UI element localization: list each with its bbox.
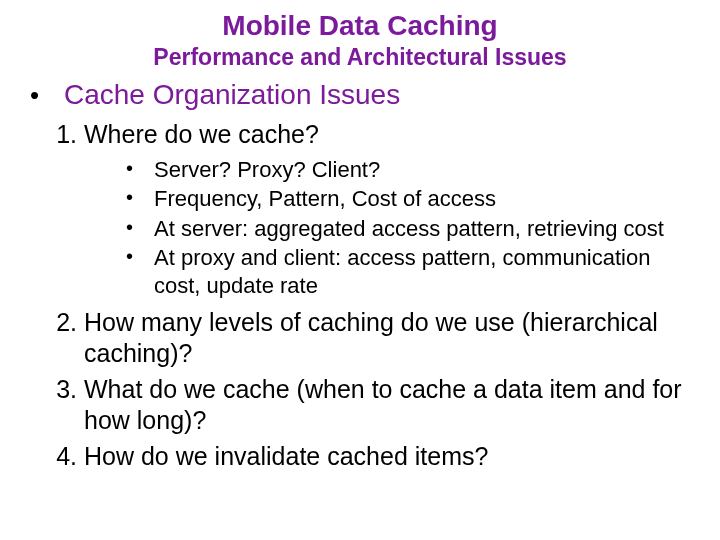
- list-item: Where do we cache? Server? Proxy? Client…: [84, 119, 692, 299]
- list-item-text: Where do we cache?: [84, 120, 319, 148]
- heading-row: • Cache Organization Issues: [28, 79, 692, 111]
- sub-item: Server? Proxy? Client?: [120, 156, 692, 184]
- list-item: What do we cache (when to cache a data i…: [84, 374, 692, 435]
- sub-item: Frequency, Pattern, Cost of access: [120, 185, 692, 213]
- main-list: Where do we cache? Server? Proxy? Client…: [58, 119, 692, 472]
- list-item: How do we invalidate cached items?: [84, 441, 692, 472]
- list-item: How many levels of caching do we use (hi…: [84, 307, 692, 368]
- sub-list: Server? Proxy? Client? Frequency, Patter…: [120, 156, 692, 300]
- sub-item: At server: aggregated access pattern, re…: [120, 215, 692, 243]
- bullet-icon: •: [28, 79, 64, 111]
- section-heading: Cache Organization Issues: [64, 79, 400, 111]
- sub-item: At proxy and client: access pattern, com…: [120, 244, 692, 299]
- slide: Mobile Data Caching Performance and Arch…: [0, 0, 720, 540]
- slide-subtitle: Performance and Architectural Issues: [28, 44, 692, 71]
- slide-title: Mobile Data Caching: [28, 10, 692, 42]
